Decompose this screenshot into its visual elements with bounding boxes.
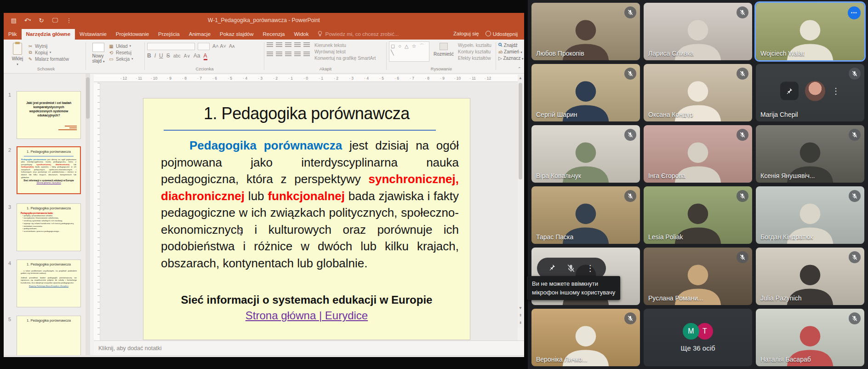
font-size-input[interactable]: [198, 43, 210, 50]
tile-menu-button[interactable]: •••: [848, 6, 861, 19]
share-button[interactable]: Udostępnij: [485, 30, 518, 37]
mute-mic-button[interactable]: [566, 264, 576, 273]
paste-button[interactable]: Wklej▾: [7, 41, 28, 66]
notes-pane[interactable]: Kliknij, aby dodać notatki: [94, 340, 524, 355]
indent-decrease-button[interactable]: [285, 42, 291, 48]
shapes-gallery[interactable]: ◻ ○ △ ☆ ⌒ ╲: [389, 41, 429, 62]
clear-format-icon[interactable]: 🗛: [229, 43, 234, 49]
tab-recenzja[interactable]: Recenzja: [258, 29, 290, 40]
section-button[interactable]: ▭Sekcja ▾: [108, 56, 133, 62]
participant-tile-Руслана Романи...[interactable]: Руслана Романи...: [644, 248, 752, 305]
tab-narzędzia-główne[interactable]: Narzędzia główne: [22, 29, 75, 40]
slide-title[interactable]: 1. Pedagogika porównawcza: [143, 104, 470, 123]
replace-button[interactable]: ab Zamień ▾: [498, 49, 523, 54]
more-options-icon[interactable]: ⋮: [832, 86, 840, 96]
layout-button[interactable]: ▦Układ ▾: [108, 43, 133, 49]
line-spacing-button[interactable]: [303, 42, 310, 48]
reset-button[interactable]: ⟲Resetuj: [108, 50, 133, 55]
format-painter-button[interactable]: ✎Malarz formatów: [28, 56, 69, 62]
participant-tile-Любов Прокопів[interactable]: Любов Прокопів: [531, 3, 640, 60]
participant-tile-Наталія Басараб[interactable]: Наталія Басараб: [756, 309, 864, 366]
slide-hyperlink[interactable]: Strona główna | Eurydice: [143, 309, 470, 322]
slideshow-icon[interactable]: 🖵: [51, 17, 59, 24]
participant-tile-Інга Єгорова[interactable]: Інга Єгорова: [644, 125, 752, 183]
collapse-ribbon-icon[interactable]: ⌃: [518, 66, 521, 71]
grow-shrink-font[interactable]: A˄ A˅: [212, 43, 226, 49]
shape-fill-button[interactable]: Wypełn. kształtu: [458, 43, 491, 48]
participant-tile-Богдан Кіндратюк[interactable]: Богдан Кіндратюк: [756, 186, 864, 244]
bold-button[interactable]: B: [147, 52, 151, 59]
align-left-button[interactable]: [267, 52, 273, 57]
smartart-button[interactable]: Konwertuj na grafikę SmartArt: [314, 56, 376, 61]
participant-tile-Lesia Poliak[interactable]: Lesia Poliak: [644, 186, 752, 244]
shape-effects-button[interactable]: Efekty kształtów: [458, 56, 491, 61]
font-name-input[interactable]: [147, 43, 195, 50]
scrollbar-thumb[interactable]: [519, 83, 522, 179]
tab-pokaz-slajdów[interactable]: Pokaz slajdów: [215, 29, 258, 40]
pin-button[interactable]: [780, 81, 799, 100]
tab-widok[interactable]: Widok: [290, 29, 314, 40]
pin-button[interactable]: [548, 264, 556, 273]
slide-thumbnail-4[interactable]: 1. Pedagogika porównawcza... a także pro…: [17, 259, 81, 307]
tab-animacje[interactable]: Animacje: [184, 29, 215, 40]
tab-wstawianie[interactable]: Wstawianie: [75, 29, 111, 40]
participant-tile-Сергій Шарин[interactable]: Сергій Шарин: [531, 64, 640, 121]
participant-tile-Julia Pazynich[interactable]: Julia Pazynich: [756, 248, 864, 305]
sign-in-button[interactable]: Zaloguj się: [453, 31, 479, 36]
participant-tile-Лариса Сливка[interactable]: Лариса Сливка: [644, 3, 752, 60]
participant-tile-Віра Ковальчук[interactable]: Віра Ковальчук: [531, 125, 640, 183]
tab-przejścia[interactable]: Przejścia: [154, 29, 184, 40]
indent-increase-button[interactable]: [294, 42, 301, 48]
text-direction-button[interactable]: Kierunek tekstu: [314, 43, 376, 48]
change-case-button[interactable]: Aa: [194, 52, 200, 59]
italic-button[interactable]: I: [154, 52, 156, 59]
next-slide-icon[interactable]: ⇟: [518, 320, 523, 326]
align-center-button[interactable]: [276, 52, 282, 57]
font-color-button[interactable]: A: [204, 52, 207, 60]
slide-paragraph[interactable]: Pedagogika porównawcza jest dzisiaj na o…: [161, 137, 459, 271]
customize-qat-icon[interactable]: ⋮: [65, 17, 73, 24]
scroll-up-icon[interactable]: ▲: [518, 75, 523, 81]
numbering-button[interactable]: [276, 42, 282, 48]
slide-thumbnail-2[interactable]: 1. Pedagogika porównawczaPedagogika poró…: [17, 146, 81, 194]
redo-icon[interactable]: ↻: [38, 17, 45, 24]
slide-thumbnail-panel[interactable]: 1Jaki jest przedmiot i cel badań kompara…: [4, 74, 86, 355]
participant-tile-Marija Chepil[interactable]: ⋮Marija Chepil: [756, 64, 864, 121]
slide-thumbnail-1[interactable]: Jaki jest przedmiot i cel badań komparat…: [17, 91, 81, 139]
tab-plik[interactable]: Plik: [4, 29, 22, 40]
slide-thumbnail-3[interactable]: 1. Pedagogika porównawczaPedagogika poró…: [17, 203, 81, 251]
participant-tile-Ксенія Янушявіч...[interactable]: Ксенія Янушявіч...: [756, 125, 864, 183]
arrange-button[interactable]: Rozmieść: [433, 41, 454, 62]
underline-button[interactable]: U: [159, 52, 163, 59]
strike-button[interactable]: S: [166, 52, 170, 59]
participant-tile-Wojciech Walat[interactable]: •••Wojciech Walat: [756, 3, 864, 60]
align-text-button[interactable]: Wyrównaj tekst: [314, 49, 376, 54]
justify-button[interactable]: [294, 52, 301, 57]
more-options-icon[interactable]: ⋮: [586, 263, 594, 273]
columns-button[interactable]: [303, 52, 310, 57]
participant-tile-Тарас Паска[interactable]: Тарас Паска: [531, 186, 640, 244]
undo-icon[interactable]: ↶▾: [24, 17, 31, 24]
previous-slide-icon[interactable]: ⇞: [518, 313, 523, 318]
find-button[interactable]: Znajdź: [498, 43, 523, 48]
save-icon[interactable]: ▤: [10, 17, 17, 24]
editor-scrollbar[interactable]: ▲ ▼ ⇞ ⇟: [518, 75, 523, 328]
shadow-button[interactable]: abc: [173, 53, 181, 58]
tell-me-box[interactable]: Powiedz mi, co chcesz zrobić...: [313, 31, 403, 40]
shape-outline-button[interactable]: Kontury kształtu: [458, 49, 491, 54]
tab-projektowanie[interactable]: Projektowanie: [111, 29, 154, 40]
scroll-down-icon[interactable]: ▼: [518, 306, 523, 311]
participant-tile-Ще 36 осіб[interactable]: MTЩе 36 осіб: [644, 309, 752, 366]
participant-tile-Вероніка Личко...[interactable]: Вероніка Личко...: [531, 309, 640, 366]
thumbnail-scrollbar[interactable]: [86, 74, 90, 355]
participant-tile-Оксана Кондур[interactable]: Оксана Кондур: [644, 64, 752, 121]
slide-canvas[interactable]: 1. Pedagogika porównawcza Pedagogika por…: [143, 98, 470, 340]
slide-thumbnail-5[interactable]: 1. Pedagogika porównawcza: [17, 316, 81, 355]
copy-button[interactable]: ⧉Kopiuj ▾: [28, 50, 69, 55]
char-spacing-button[interactable]: A∨: [184, 53, 190, 58]
select-button[interactable]: ▷ Zaznacz ▾: [498, 56, 523, 61]
new-slide-button[interactable]: Nowyslajd ▾: [88, 41, 108, 63]
bullets-button[interactable]: [267, 42, 273, 48]
align-right-button[interactable]: [285, 52, 291, 57]
cut-button[interactable]: ✂Wytnij: [28, 43, 69, 49]
